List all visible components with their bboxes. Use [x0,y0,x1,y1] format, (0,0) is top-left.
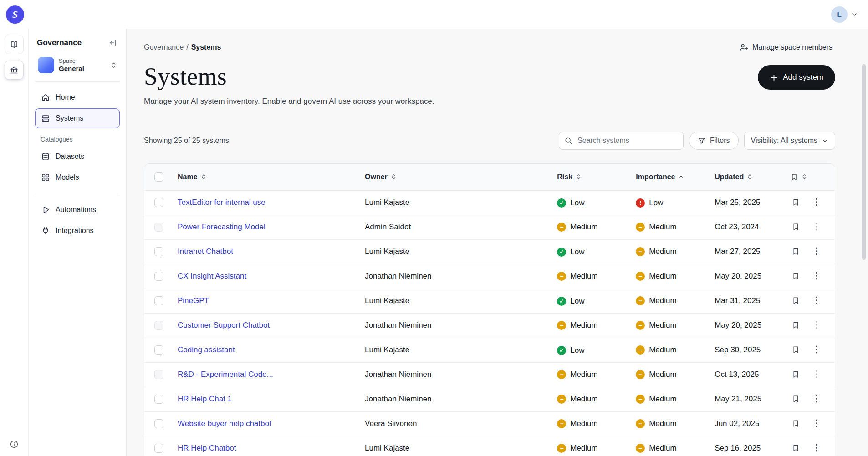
owner-cell: Lumi Kajaste [357,190,550,215]
row-checkbox[interactable] [154,321,163,330]
user-menu[interactable]: L [831,6,858,23]
sidebar-item-label: Home [56,93,75,101]
row-menu-button[interactable] [814,393,819,404]
actions-cell [811,289,835,313]
updated-cell: Mar 31, 2025 [707,289,788,313]
system-name-link[interactable]: PineGPT [178,296,350,305]
bookmark-button[interactable] [790,442,802,454]
importance-badge: Medium [636,370,676,379]
system-name-link[interactable]: Coding assistant [178,345,350,355]
row-checkbox[interactable] [154,370,163,379]
vertical-scrollbar[interactable] [862,64,866,260]
risk-level-icon [557,198,566,208]
collapse-sidebar-icon[interactable] [108,38,118,48]
rail-item-help[interactable] [0,440,28,449]
system-name-link[interactable]: Intranet Chatbot [178,247,350,256]
importance-level-icon [636,345,645,355]
sidebar-item-datasets[interactable]: Datasets [35,147,120,167]
book-icon [10,40,19,49]
rail-item-governance[interactable] [5,61,24,80]
row-menu-button[interactable] [814,270,819,281]
bookmark-button[interactable] [790,221,802,233]
sidebar-item-systems[interactable]: Systems [35,108,120,128]
system-name-link[interactable]: TextEditor for internal use [178,198,350,207]
actions-cell [811,387,835,411]
search-input[interactable] [577,136,678,145]
table-row: CX Insight Assistant Jonathan Nieminen M… [144,264,835,289]
rail-item-library[interactable] [5,35,24,54]
row-checkbox[interactable] [154,296,163,305]
row-checkbox[interactable] [154,198,163,207]
bookmark-cell [788,190,811,215]
row-select-cell [144,338,170,362]
row-menu-button[interactable] [814,418,819,429]
column-header-name[interactable]: Name [170,164,357,190]
column-header-bookmark[interactable] [788,164,811,190]
bookmark-button[interactable] [790,246,802,257]
system-name-link[interactable]: Website buyer help chatbot [178,419,350,428]
sidebar-item-integrations[interactable]: Integrations [35,221,120,241]
row-menu-button[interactable] [814,344,819,355]
importance-level-icon [636,272,645,281]
risk-cell: Medium [550,264,628,289]
column-header-risk[interactable]: Risk [550,164,628,190]
risk-badge: Medium [557,444,597,453]
visibility-dropdown[interactable]: Visibility: All systems [744,132,835,150]
bookmark-button[interactable] [790,197,802,208]
row-menu-button[interactable] [814,246,819,257]
add-system-button[interactable]: Add system [758,65,835,90]
app-logo[interactable]: S [6,5,24,24]
sidebar-item-home[interactable]: Home [35,87,120,107]
row-menu-button[interactable] [814,369,819,380]
bookmark-button[interactable] [790,344,802,355]
row-checkbox[interactable] [154,247,163,256]
bookmark-button[interactable] [790,295,802,306]
filters-button[interactable]: Filters [689,132,739,150]
importance-cell: Medium [628,362,707,387]
search-box [559,132,684,150]
name-cell: Intranet Chatbot [170,239,357,264]
row-checkbox[interactable] [154,395,163,404]
row-menu-button[interactable] [814,442,819,453]
kebab-icon [816,345,817,354]
sidebar-item-automations[interactable]: Automations [35,200,120,220]
row-menu-button[interactable] [814,319,819,330]
breadcrumb-separator: / [186,43,188,51]
bookmark-button[interactable] [790,418,802,429]
updated-cell: Jun 02, 2025 [707,411,788,436]
row-select-cell [144,436,170,456]
updated-cell: May 20, 2025 [707,264,788,289]
space-meta: Space General [59,57,106,73]
bookmark-button[interactable] [790,319,802,331]
system-name-link[interactable]: CX Insight Assistant [178,272,350,281]
row-menu-button[interactable] [814,197,819,208]
row-checkbox[interactable] [154,223,163,232]
system-name-link[interactable]: R&D - Experimental Code... [178,370,350,379]
column-header-importance[interactable]: Importance [628,164,707,190]
row-checkbox[interactable] [154,345,163,355]
row-checkbox[interactable] [154,419,163,428]
bookmark-button[interactable] [790,369,802,380]
bookmark-icon [791,419,800,428]
row-checkbox[interactable] [154,272,163,281]
row-menu-button[interactable] [814,295,819,306]
bookmark-cell [788,436,811,456]
manage-space-members-button[interactable]: Manage space members [736,42,835,52]
system-name-link[interactable]: Power Forecasting Model [178,223,350,232]
system-name-link[interactable]: Customer Support Chatbot [178,321,350,330]
system-name-link[interactable]: HR Help Chatbot [178,444,350,453]
row-menu-button[interactable] [814,221,819,232]
sidebar-item-models[interactable]: Models [35,167,120,187]
system-name-link[interactable]: HR Help Chat 1 [178,395,350,404]
column-header-updated[interactable]: Updated [707,164,788,190]
select-all-checkbox[interactable] [154,172,163,182]
column-header-owner[interactable]: Owner [357,164,550,190]
name-cell: R&D - Experimental Code... [170,362,357,387]
bookmark-button[interactable] [790,270,802,282]
risk-badge: Medium [557,272,597,281]
breadcrumb-parent[interactable]: Governance [144,43,184,51]
chevron-down-icon [822,137,828,144]
row-checkbox[interactable] [154,444,163,453]
bookmark-button[interactable] [790,393,802,405]
space-selector[interactable]: Space General [35,54,120,82]
